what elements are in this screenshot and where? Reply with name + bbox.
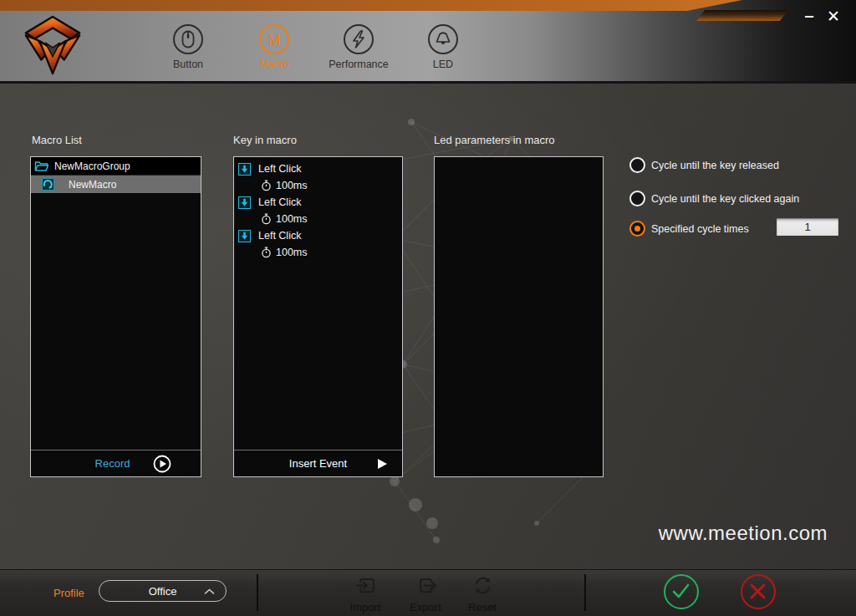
minimize-button[interactable]: – [799,7,819,23]
macro-list-title: Macro List [32,134,82,146]
folder-icon [34,160,48,172]
key-down-icon [238,163,251,176]
cycle-times-input[interactable] [777,218,838,236]
import-icon [354,574,377,597]
led-params-panel [434,156,604,477]
cycle-option-label: Cycle until the key released [651,160,779,171]
macro-item-row-selected[interactable]: NewMacro [31,176,201,193]
key-down-icon [238,230,251,242]
lamp-icon [427,23,459,55]
footer-divider [584,574,586,611]
lightning-icon [343,23,374,55]
macro-group-name: NewMacroGroup [54,160,130,172]
radio-selected-icon[interactable] [629,221,645,237]
stopwatch-icon [261,213,272,225]
macro-event-delay[interactable]: 100ms [234,177,402,194]
macro-event-action[interactable]: Left Click [234,160,402,177]
reset-button[interactable]: Reset [453,574,512,613]
event-action-label: Left Click [258,196,301,208]
macro-item-name: NewMacro [69,179,116,191]
titlebar-deco-shape [696,10,788,21]
event-action-label: Left Click [258,230,301,242]
tab-button-label: Button [153,59,223,70]
macro-event-action[interactable]: Left Click [234,227,402,244]
tab-macro[interactable]: M Macro [239,23,309,70]
brand-logo-icon [20,14,85,76]
cycle-option-released[interactable]: Cycle until the key released [629,157,779,173]
import-button[interactable]: Import [336,574,395,613]
chevron-up-icon [204,588,215,595]
check-icon [665,576,696,607]
reset-icon [471,574,494,597]
macro-file-icon [42,178,54,191]
event-action-label: Left Click [258,163,301,175]
profile-dropdown-value: Office [149,585,177,598]
tab-button[interactable]: Button [153,23,223,70]
main-area: Macro List Key in macro Led parameters i… [0,84,856,569]
tab-led-label: LED [408,59,478,70]
export-button[interactable]: Export [396,574,455,613]
macro-list-panel: NewMacroGroup NewMacro Record [30,156,201,477]
record-button[interactable]: Record [31,450,201,476]
macro-event-action[interactable]: Left Click [234,194,402,211]
import-label: Import [336,601,395,613]
app-window: – ✕ [0,0,856,616]
macro-event-delay[interactable]: 100ms [234,211,402,227]
footer-divider [257,574,258,611]
key-in-macro-panel: Left Click 100ms [233,156,403,477]
apply-button[interactable] [664,574,699,609]
stopwatch-icon [261,247,272,258]
cancel-button[interactable] [741,574,776,609]
insert-event-label: Insert Event [234,457,402,470]
export-icon [415,574,437,597]
event-delay-label: 100ms [276,180,308,191]
key-down-icon [238,196,251,209]
record-label: Record [95,457,130,470]
cycle-option-specified-times[interactable]: Specified cycle times [629,221,749,237]
key-in-macro-title: Key in macro [233,134,297,146]
insert-event-button[interactable]: Insert Event [234,450,402,476]
mouse-icon [172,23,204,55]
tab-led[interactable]: LED [408,23,478,70]
event-delay-label: 100ms [276,247,308,258]
macro-group-row[interactable]: NewMacroGroup [31,157,201,176]
footer-bar: Profile Office Import [0,569,856,616]
macro-m-icon: M [258,23,290,55]
cycle-option-label: Specified cycle times [651,223,749,235]
export-label: Export [396,601,455,613]
profile-label: Profile [54,587,84,599]
tab-macro-label: Macro [239,59,309,70]
radio-unselected-icon[interactable] [629,157,645,173]
svg-text:M: M [268,32,281,48]
reset-label: Reset [453,601,512,613]
profile-dropdown[interactable]: Office [99,580,227,602]
tab-performance[interactable]: Performance [324,23,394,70]
cycle-option-label: Cycle until the key clicked again [651,193,799,205]
radio-unselected-icon[interactable] [629,191,645,206]
play-circle-icon [153,455,171,473]
header: – ✕ [0,0,856,81]
tab-performance-label: Performance [324,59,394,70]
stopwatch-icon [261,180,272,191]
close-button[interactable]: ✕ [823,7,844,27]
macro-event-delay[interactable]: 100ms [234,244,402,261]
x-icon [742,576,773,607]
led-params-title: Led parameters in macro [434,134,555,146]
insert-arrow-icon [378,459,387,469]
cycle-option-clicked-again[interactable]: Cycle until the key clicked again [629,191,799,206]
event-delay-label: 100ms [276,213,308,225]
watermark-url: www.meetion.com [659,522,828,545]
